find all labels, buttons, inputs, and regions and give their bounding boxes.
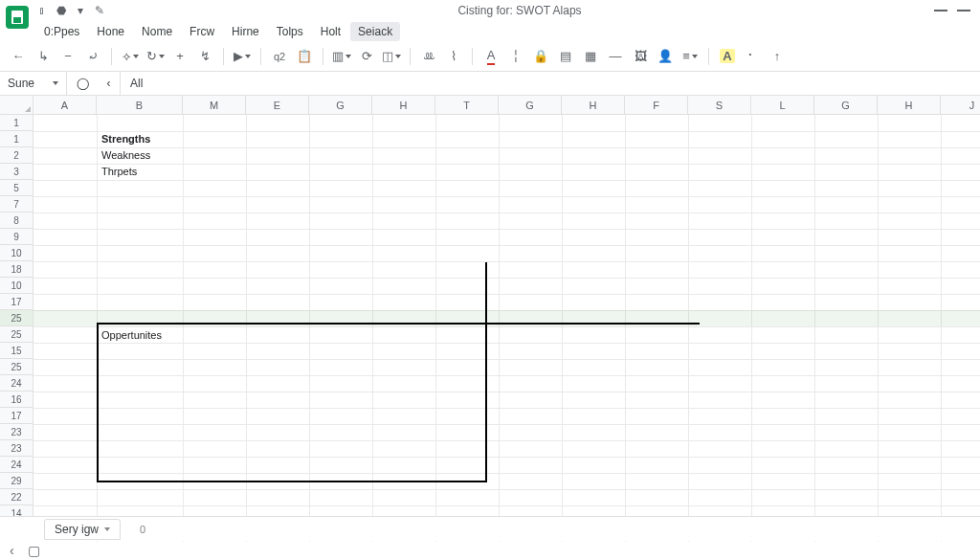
menu-holt[interactable]: Holt [313,22,348,41]
window-restore-icon[interactable] [957,10,970,11]
row-header[interactable]: 10 [0,245,33,261]
brush-icon[interactable]: ꔛ [418,46,439,67]
shape-icon[interactable]: ⟡ [120,46,141,67]
window-minimize-icon[interactable] [934,10,947,11]
rotate-icon[interactable]: ↻ [145,46,166,67]
row-header[interactable]: 24 [0,457,33,473]
row-header[interactable]: 18 [0,261,33,278]
clipboard-icon[interactable]: 📋 [294,46,315,67]
shapes-icon: ⬣ [56,5,67,16]
image-icon[interactable]: 🖼 [630,46,651,67]
link-icon[interactable]: ⌇ [443,46,464,67]
lock-icon[interactable]: 🔒 [530,46,551,67]
nav-back-icon[interactable]: ‹ [10,543,14,558]
separator [708,48,709,65]
forward-icon[interactable]: ↳ [33,46,54,67]
user-icon[interactable]: 👤 [655,46,676,67]
col-header[interactable]: B [97,96,183,115]
name-box[interactable]: Sune [0,72,67,95]
row-header[interactable]: 22 [0,489,33,505]
row-header[interactable]: 25 [0,326,33,343]
row-header[interactable]: 7 [0,196,33,213]
col-header[interactable]: T [435,96,499,115]
formula-input[interactable]: All [121,77,152,90]
cell-b2[interactable]: Weakness [99,148,153,162]
col-header[interactable]: H [878,96,941,115]
col-header[interactable]: H [372,96,435,115]
menu-hirne[interactable]: Hirne [224,22,267,41]
sheet-tab[interactable]: Sery igw [44,519,121,540]
row-header[interactable]: 25 [0,310,33,326]
pencil-icon[interactable]: ✎ [94,5,105,16]
row-header[interactable]: 15 [0,343,33,359]
grid-right-icon[interactable]: ▦ [580,46,601,67]
nav-prev-icon[interactable]: ‹ [107,77,111,90]
row-header[interactable]: 2 [0,147,33,164]
spreadsheet-grid[interactable]: A B M E G H T G H F S L G H J M 11235789… [0,96,980,542]
cell-opportunities[interactable]: Oppertunites [99,328,165,342]
text-color-button[interactable]: A [480,46,501,67]
grid-left-icon[interactable]: ▤ [555,46,576,67]
swot-hline [97,323,700,325]
row-header[interactable]: 1 [0,131,33,147]
up-arrow-icon[interactable]: ↑ [767,46,788,67]
cell-b1[interactable]: Strengths [99,132,153,146]
plus-icon[interactable]: + [169,46,190,67]
row-header[interactable]: 8 [0,213,33,229]
menu-hone[interactable]: Hone [89,22,132,41]
row-header[interactable]: 23 [0,440,33,457]
col-header[interactable]: G [814,96,878,115]
document-title[interactable]: Cisting for: SWOT Alaps [105,4,934,17]
menu-ppes[interactable]: 0:Ppes [36,22,87,41]
separator [260,48,261,65]
row-header[interactable]: 10 [0,278,33,294]
dots-icon[interactable]: ⠂ [742,46,763,67]
hr-icon[interactable]: — [605,46,626,67]
row-header[interactable]: 9 [0,229,33,245]
minus-icon[interactable]: − [57,46,78,67]
highlight-button[interactable]: A [717,46,738,67]
row-header[interactable]: 3 [0,164,33,180]
row-header[interactable]: 16 [0,392,33,408]
col-header[interactable]: F [625,96,688,115]
row-header[interactable]: 24 [0,375,33,392]
menu-seiack[interactable]: Seiack [350,22,400,41]
col-header[interactable]: L [751,96,814,115]
spark-icon[interactable]: ↯ [194,46,215,67]
caret-down-icon[interactable]: ▾ [75,5,86,16]
columns-icon[interactable]: ▥ [331,46,352,67]
select-all-corner[interactable] [0,96,33,115]
list-icon[interactable]: ≡ [679,46,701,67]
row-header[interactable]: 1 [0,115,33,131]
col-header[interactable]: J [941,96,980,115]
menu-bar: 0:Ppes Hone Nome Frcw Hirne Tolps Holt S… [0,21,980,42]
swot-vline-left [97,323,99,481]
col-header[interactable]: H [562,96,625,115]
row-header[interactable]: 17 [0,294,33,310]
cell-b3[interactable]: Thrpets [99,165,140,178]
row-header[interactable]: 23 [0,424,33,440]
toolbar: ← ↳ − ⤾ ⟡ ↻ + ↯ ▶ q2 📋 ▥ ⟳ ◫ ꔛ ⌇ A ╎ 🔒 ▤… [0,42,980,71]
nav-circle-icon[interactable]: ◯ [77,77,89,90]
col-header[interactable]: M [183,96,246,115]
col-header[interactable]: E [246,96,309,115]
col-header[interactable]: A [33,96,97,115]
notebook-icon[interactable]: ▢ [28,543,40,558]
menu-tolps[interactable]: Tolps [269,22,311,41]
refresh-icon[interactable]: ⟳ [356,46,377,67]
play-icon[interactable]: ▶ [232,46,253,67]
menu-frcw[interactable]: Frcw [182,22,222,41]
q2-label[interactable]: q2 [269,46,290,67]
row-header[interactable]: 29 [0,473,33,489]
menu-nome[interactable]: Nome [134,22,180,41]
col-header[interactable]: S [688,96,751,115]
col-header[interactable]: G [499,96,562,115]
row-header[interactable]: 25 [0,359,33,375]
row-header[interactable]: 5 [0,180,33,196]
row-header[interactable]: 17 [0,408,33,424]
box-icon[interactable]: ◫ [381,46,402,67]
redo-icon[interactable]: ⤾ [82,46,103,67]
app-logo[interactable] [6,6,29,29]
col-header[interactable]: G [309,96,372,115]
back-icon[interactable]: ← [8,46,29,67]
